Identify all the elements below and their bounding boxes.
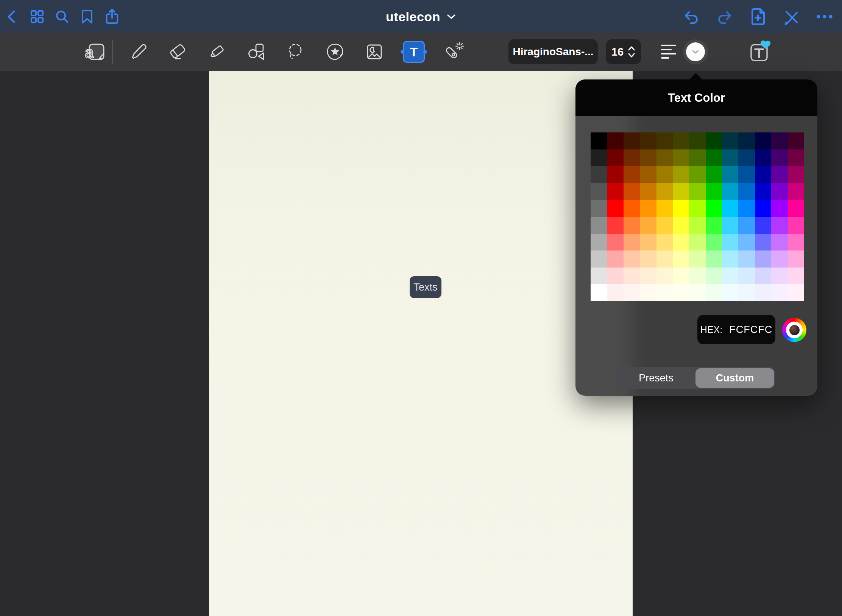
color-swatch[interactable] — [640, 250, 656, 268]
color-swatch[interactable] — [656, 234, 673, 251]
back-button[interactable] — [4, 8, 20, 25]
color-swatch[interactable] — [656, 284, 673, 301]
color-swatch[interactable] — [722, 217, 738, 234]
color-swatch[interactable] — [624, 166, 640, 183]
color-swatch[interactable] — [788, 268, 804, 285]
color-swatch[interactable] — [624, 284, 640, 301]
undo-button[interactable] — [683, 8, 700, 25]
color-swatch[interactable] — [788, 149, 804, 166]
color-swatch[interactable] — [788, 183, 804, 200]
color-swatch[interactable] — [591, 234, 607, 251]
color-swatch[interactable] — [706, 250, 722, 268]
color-swatch[interactable] — [738, 268, 755, 285]
color-swatch[interactable] — [591, 250, 607, 268]
text-color-button[interactable] — [683, 39, 708, 64]
image-tool-button[interactable] — [363, 39, 385, 64]
color-swatch[interactable] — [591, 284, 607, 301]
color-swatch[interactable] — [706, 234, 722, 251]
color-swatch[interactable] — [656, 166, 673, 183]
tab-presets[interactable]: Presets — [617, 368, 695, 388]
color-swatch[interactable] — [624, 132, 640, 149]
color-swatch[interactable] — [788, 234, 804, 251]
hex-input[interactable]: HEX: FCFCFC — [697, 315, 775, 344]
more-button[interactable] — [816, 8, 833, 25]
color-swatch[interactable] — [640, 234, 656, 251]
color-swatch[interactable] — [689, 149, 705, 166]
color-swatch[interactable] — [591, 217, 607, 234]
color-swatch[interactable] — [673, 234, 689, 251]
color-swatch[interactable] — [640, 149, 656, 166]
color-swatch[interactable] — [771, 183, 787, 200]
color-swatch[interactable] — [788, 250, 804, 268]
color-swatch[interactable] — [755, 183, 771, 200]
color-swatch[interactable] — [591, 183, 607, 200]
color-swatch[interactable] — [624, 268, 640, 285]
lasso-tool-button[interactable] — [285, 39, 307, 64]
color-swatch[interactable] — [706, 217, 722, 234]
color-wheel-button[interactable] — [782, 318, 806, 342]
color-swatch[interactable] — [755, 268, 771, 285]
color-swatch[interactable] — [722, 268, 738, 285]
color-swatch[interactable] — [738, 166, 755, 183]
color-swatch[interactable] — [706, 284, 722, 301]
color-swatch[interactable] — [673, 183, 689, 200]
color-swatch[interactable] — [591, 200, 607, 217]
color-swatch[interactable] — [738, 149, 755, 166]
color-swatch[interactable] — [788, 132, 804, 149]
color-swatch[interactable] — [607, 217, 623, 234]
color-swatch[interactable] — [656, 200, 673, 217]
color-swatch[interactable] — [755, 250, 771, 268]
document-title-button[interactable]: utelecon — [386, 0, 456, 33]
color-swatch[interactable] — [591, 149, 607, 166]
redo-button[interactable] — [716, 8, 733, 25]
color-swatch[interactable] — [624, 234, 640, 251]
color-swatch[interactable] — [771, 284, 787, 301]
color-swatch[interactable] — [607, 200, 623, 217]
color-swatch[interactable] — [771, 250, 787, 268]
color-swatch[interactable] — [640, 183, 656, 200]
color-swatch[interactable] — [755, 284, 771, 301]
color-swatch[interactable] — [706, 149, 722, 166]
document-page[interactable] — [209, 71, 633, 616]
color-swatch[interactable] — [656, 250, 673, 268]
color-swatch[interactable] — [607, 284, 623, 301]
color-swatch[interactable] — [591, 166, 607, 183]
color-swatch[interactable] — [624, 149, 640, 166]
color-swatch[interactable] — [738, 217, 755, 234]
color-swatch[interactable] — [755, 149, 771, 166]
color-swatch[interactable] — [673, 268, 689, 285]
color-swatch[interactable] — [771, 234, 787, 251]
color-swatch[interactable] — [689, 166, 705, 183]
color-swatch[interactable] — [722, 250, 738, 268]
color-swatch[interactable] — [607, 149, 623, 166]
color-swatch[interactable] — [624, 250, 640, 268]
font-size-stepper[interactable]: 16 — [606, 39, 641, 64]
color-swatch[interactable] — [788, 217, 804, 234]
add-page-button[interactable] — [750, 8, 766, 25]
color-swatch[interactable] — [689, 234, 705, 251]
pages-overview-button[interactable] — [29, 8, 45, 25]
bookmark-button[interactable] — [79, 8, 95, 25]
color-swatch[interactable] — [673, 166, 689, 183]
text-tool-button[interactable]: T — [403, 39, 425, 64]
tab-custom[interactable]: Custom — [695, 368, 774, 388]
color-swatch[interactable] — [722, 132, 738, 149]
color-swatch[interactable] — [722, 166, 738, 183]
color-swatch[interactable] — [755, 166, 771, 183]
color-swatch[interactable] — [689, 284, 705, 301]
color-swatch[interactable] — [689, 250, 705, 268]
color-swatch[interactable] — [640, 200, 656, 217]
pen-off-button[interactable] — [783, 8, 800, 25]
color-swatch[interactable] — [607, 132, 623, 149]
text-alignment-button[interactable] — [660, 42, 678, 62]
color-swatch[interactable] — [640, 217, 656, 234]
color-swatch[interactable] — [706, 132, 722, 149]
color-swatch[interactable] — [771, 166, 787, 183]
color-swatch[interactable] — [788, 284, 804, 301]
color-swatch[interactable] — [755, 200, 771, 217]
color-swatch[interactable] — [640, 284, 656, 301]
color-swatch[interactable] — [755, 234, 771, 251]
read-only-mode-button[interactable]: a — [83, 39, 108, 64]
color-swatch[interactable] — [738, 234, 755, 251]
color-swatch[interactable] — [771, 132, 787, 149]
